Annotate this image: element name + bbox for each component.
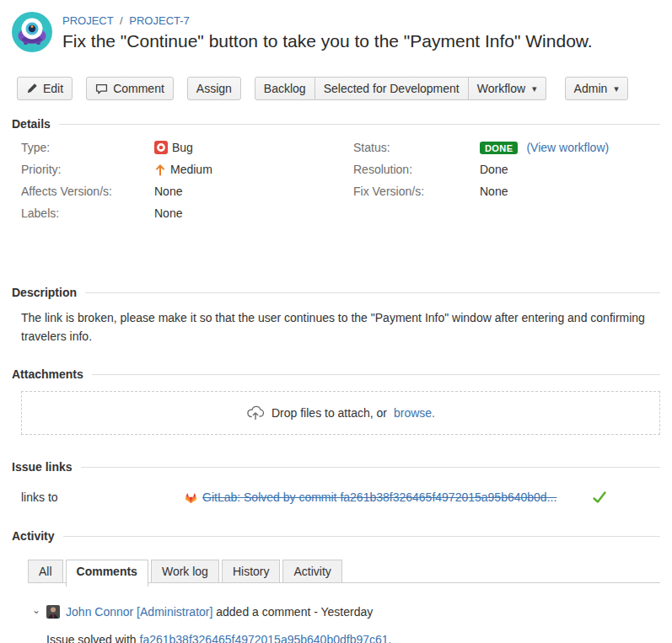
tab-activity[interactable]: Activity	[282, 560, 341, 582]
edit-button[interactable]: Edit	[17, 77, 73, 100]
attachments-heading: Attachments	[12, 367, 83, 381]
details-section: Details Type: Bug Priority: Me	[12, 117, 660, 269]
breadcrumb: PROJECT / PROJECT-7	[62, 14, 593, 27]
edit-button-label: Edit	[43, 82, 63, 95]
field-affects-version: Affects Version/s: None	[21, 185, 353, 198]
status-badge: DONE	[480, 142, 518, 154]
section-divider	[63, 536, 660, 537]
affects-version-label: Affects Version/s:	[21, 185, 154, 198]
gitlab-commit-link[interactable]: GitLab: Solved by commit fa261b38f326465…	[184, 490, 556, 504]
project-avatar-icon	[12, 12, 52, 52]
priority-medium-icon	[154, 163, 166, 176]
speech-bubble-icon	[95, 83, 108, 95]
issue-link-row: links to GitLab: Solved by commit fa261b…	[12, 490, 660, 504]
tab-comments[interactable]: Comments	[66, 560, 148, 587]
issue-header: PROJECT / PROJECT-7 Fix the "Continue" b…	[0, 0, 672, 63]
user-avatar	[46, 605, 60, 619]
comment-text-prefix: Issue solved with	[46, 633, 140, 643]
priority-value: Medium	[170, 163, 212, 176]
view-workflow-link[interactable]: (View workflow)	[526, 141, 609, 154]
labels-value: None	[154, 206, 182, 220]
field-priority: Priority: Medium	[21, 163, 353, 176]
affects-version-value: None	[154, 185, 182, 198]
section-divider	[85, 292, 660, 293]
comment-button-label: Comment	[113, 82, 164, 95]
backlog-button[interactable]: Backlog	[255, 77, 315, 100]
admin-button-label: Admin	[574, 82, 608, 95]
type-value: Bug	[172, 141, 193, 154]
comment-author-link[interactable]: John Connor [Administrator]	[66, 605, 212, 619]
collapse-comment-icon[interactable]: ⌄	[32, 605, 40, 615]
link-relation-label: links to	[21, 490, 184, 504]
selected-for-development-label: Selected for Development	[324, 82, 460, 95]
issue-links-section: Issue links links to GitLab: Solved by c…	[12, 460, 660, 504]
attachments-dropzone[interactable]: Drop files to attach, or browse.	[21, 391, 660, 435]
activity-heading: Activity	[12, 529, 55, 543]
tab-work-log[interactable]: Work log	[151, 560, 219, 582]
cloud-upload-icon	[246, 405, 265, 421]
tab-all[interactable]: All	[28, 560, 63, 582]
comment-button[interactable]: Comment	[86, 77, 174, 100]
backlog-button-label: Backlog	[264, 82, 306, 95]
workflow-button-label: Workflow	[477, 82, 525, 95]
pencil-icon	[26, 83, 38, 94]
resolution-value: Done	[480, 163, 508, 176]
field-labels: Labels: None	[21, 206, 353, 220]
field-fix-version: Fix Version/s: None	[353, 185, 660, 198]
type-label: Type:	[21, 141, 154, 154]
selected-for-development-button[interactable]: Selected for Development	[315, 77, 469, 100]
assign-button-label: Assign	[196, 82, 232, 95]
gitlab-link-text: GitLab: Solved by commit fa261b38f326465…	[202, 490, 556, 504]
activity-tab-bar: All Comments Work log History Activity	[28, 555, 660, 583]
comment-text-suffix: .	[389, 633, 392, 643]
admin-dropdown-button[interactable]: Admin ▾	[565, 77, 628, 100]
breadcrumb-separator: /	[120, 14, 123, 27]
resolution-label: Resolution:	[353, 163, 480, 176]
section-divider	[81, 467, 660, 468]
description-section: Description The link is broken, please m…	[12, 286, 660, 346]
issue-title: Fix the "Continue" button to take you to…	[62, 31, 593, 51]
tab-history[interactable]: History	[222, 560, 281, 582]
labels-label: Labels:	[21, 206, 154, 220]
bug-icon	[154, 141, 168, 154]
commit-hash-link[interactable]: fa261b38f326465f4972015a95b640b0dfb97c61	[140, 633, 389, 643]
resolved-check-icon	[592, 490, 607, 504]
field-type: Type: Bug	[21, 141, 353, 154]
breadcrumb-issue-link[interactable]: PROJECT-7	[129, 14, 190, 27]
description-text: The link is broken, please make it so th…	[12, 309, 652, 346]
comment-action-text: added a comment - Yesterday	[216, 605, 373, 619]
chevron-down-icon: ▾	[614, 84, 619, 94]
issue-links-heading: Issue links	[12, 460, 73, 474]
activity-section: Activity All Comments Work log History A…	[0, 529, 672, 643]
workflow-dropdown-button[interactable]: Workflow ▾	[469, 77, 546, 100]
field-resolution: Resolution: Done	[353, 163, 660, 176]
dropzone-text: Drop files to attach, or	[271, 406, 387, 420]
section-divider	[59, 124, 660, 125]
fix-version-value: None	[480, 185, 508, 198]
details-heading: Details	[12, 117, 51, 131]
toolbar: Edit Comment Assign Backlog Selected for…	[17, 77, 660, 100]
attachments-section: Attachments Drop files to attach, or bro…	[12, 367, 660, 435]
gitlab-icon	[184, 490, 198, 504]
priority-label: Priority:	[21, 163, 154, 176]
chevron-down-icon: ▾	[532, 84, 537, 94]
section-divider	[92, 374, 660, 375]
breadcrumb-project-link[interactable]: PROJECT	[62, 14, 113, 27]
description-heading: Description	[12, 286, 77, 299]
browse-link[interactable]: browse.	[394, 406, 435, 420]
field-status: Status: DONE (View workflow)	[353, 141, 660, 154]
comment-body: Issue solved with fa261b38f326465f497201…	[46, 633, 660, 643]
fix-version-label: Fix Version/s:	[353, 185, 480, 198]
assign-button[interactable]: Assign	[187, 77, 241, 100]
comment-item: ⌄ John Connor [Administrator] added a co…	[32, 605, 660, 643]
status-label: Status:	[353, 141, 480, 154]
workflow-button-group: Backlog Selected for Development Workflo…	[255, 77, 546, 100]
